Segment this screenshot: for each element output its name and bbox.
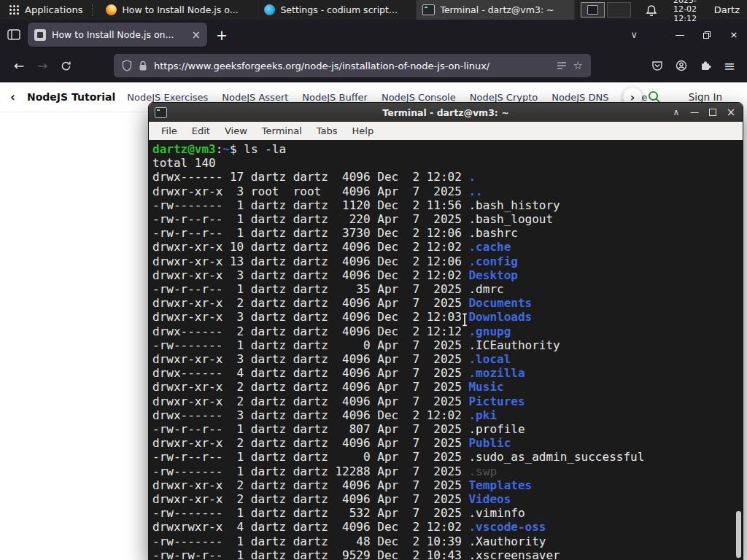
firefox-view-icon[interactable]: [7, 29, 20, 40]
tab-close-icon[interactable]: ×: [191, 28, 201, 42]
terminal-line: drwxrwxr-x 4 dartz dartz 4096 Dec 2 12:0…: [152, 520, 743, 534]
back-button[interactable]: ←: [7, 58, 31, 73]
text-cursor: [460, 313, 469, 327]
terminal-line: -rw-r--r-- 1 dartz dartz 35 Apr 7 2025 .…: [152, 282, 743, 296]
terminal-line: -rw-r--r-- 1 dartz dartz 807 Apr 7 2025 …: [152, 422, 743, 436]
workspace-pager: [581, 2, 631, 18]
terminal-menu-help[interactable]: Help: [346, 123, 381, 139]
clock[interactable]: 2025-12-02 12:12: [667, 0, 702, 23]
site-nav-links: NodeJS ExercisesNodeJS AssertNodeJS Buff…: [127, 92, 737, 103]
terminal-menu-view[interactable]: View: [218, 123, 254, 139]
user-menu[interactable]: Dartz: [714, 4, 740, 15]
url-text: https://www.geeksforgeeks.org/node-js/in…: [154, 61, 550, 71]
site-nav-link[interactable]: NodeJS Assert: [222, 92, 288, 103]
restore-icon: [703, 31, 711, 39]
site-nav-link[interactable]: NodeJS Buffer: [302, 92, 368, 103]
sign-in-link[interactable]: Sign In: [689, 91, 722, 103]
workspace-2[interactable]: [607, 2, 631, 18]
site-nav-link[interactable]: NodeJS Console: [382, 92, 456, 103]
mini-terminal-icon: [587, 5, 598, 15]
toolbar-right-icons: ≡: [651, 58, 740, 74]
nav-scroll-left-icon[interactable]: ‹: [10, 90, 15, 104]
reader-view-icon[interactable]: [557, 61, 567, 71]
window-minimize-button[interactable]: —: [674, 29, 686, 41]
pocket-icon[interactable]: [651, 60, 663, 71]
browser-tab[interactable]: How to Install Node.js on... ×: [28, 23, 207, 47]
terminal-menubar: FileEditViewTerminalTabsHelp: [149, 122, 743, 141]
terminal-line: -rw------- 1 dartz dartz 1120 Dec 2 11:5…: [152, 198, 743, 212]
top-panel: Applications How to Install Node.js o...…: [0, 0, 747, 20]
navigation-toolbar: ← → https://www.geeksforgeeks.org/node-j…: [0, 50, 747, 82]
terminal-line: drwxr-xr-x 2 dartz dartz 4096 Apr 7 2025…: [152, 492, 743, 506]
maximize-icon: [709, 109, 716, 116]
terminal-line: -rw------- 1 dartz dartz 532 Apr 7 2025 …: [152, 506, 743, 520]
terminal-line: -rw------- 1 dartz dartz 12288 Apr 7 202…: [152, 464, 743, 478]
workspace-1[interactable]: [581, 2, 605, 18]
app-menu-icon[interactable]: ≡: [724, 58, 735, 74]
terminal-line: dartz@vm3:~$ ls -la: [152, 142, 743, 156]
terminal-line: drwxr-xr-x 2 dartz dartz 4096 Apr 7 2025…: [152, 394, 743, 408]
forward-button[interactable]: →: [31, 58, 54, 73]
terminal-menu-edit[interactable]: Edit: [185, 123, 217, 139]
terminal-line: -rw-r--r-- 1 dartz dartz 3730 Dec 2 12:0…: [152, 226, 743, 240]
panel-window-title: Terminal - dartz@vm3: ~: [440, 4, 554, 15]
screen: Applications How to Install Node.js o...…: [0, 0, 747, 560]
terminal-icon: [422, 4, 435, 15]
shield-icon[interactable]: [122, 60, 132, 71]
terminal-close-button[interactable]: ×: [726, 107, 736, 117]
terminal-line: drwx------ 4 dartz dartz 4096 Apr 7 2025…: [152, 366, 743, 380]
terminal-menu-tabs[interactable]: Tabs: [310, 123, 344, 139]
terminal-line: drwx------ 17 dartz dartz 4096 Dec 2 12:…: [152, 170, 743, 184]
notification-bell-icon[interactable]: [646, 4, 657, 16]
terminal-line: -rw------- 1 dartz dartz 48 Dec 2 10:39 …: [152, 534, 743, 548]
site-nav-link[interactable]: NodeJS Exercises: [127, 92, 208, 103]
terminal-maximize-button[interactable]: [708, 107, 718, 117]
terminal-minimize-button[interactable]: —: [689, 107, 700, 117]
terminal-window: Terminal - dartz@vm3: ~ ∧ — × FileEditVi…: [148, 102, 743, 560]
terminal-scrollbar-thumb[interactable]: [736, 511, 741, 558]
site-nav-primary[interactable]: NodeJS Tutorial: [27, 91, 115, 103]
tab-bar: How to Install Node.js on... × + ∨ — ×: [0, 20, 747, 50]
terminal-line: drwxr-xr-x 3 dartz dartz 4096 Dec 2 12:0…: [152, 310, 743, 324]
reload-button[interactable]: [54, 61, 77, 71]
url-bar[interactable]: https://www.geeksforgeeks.org/node-js/in…: [114, 54, 591, 77]
terminal-window-controls: ∧ — ×: [671, 107, 743, 117]
window-restore-button[interactable]: [701, 29, 713, 41]
new-tab-button[interactable]: +: [216, 27, 228, 43]
lock-icon[interactable]: [139, 61, 147, 71]
terminal-titlebar[interactable]: Terminal - dartz@vm3: ~ ∧ — ×: [149, 103, 743, 122]
panel-window-button[interactable]: How to Install Node.js o...: [100, 0, 258, 20]
panel-separator: [92, 4, 95, 16]
site-nav-link[interactable]: NodeJS DNS: [551, 92, 608, 103]
site-nav-link[interactable]: NodeJS Crypto: [470, 92, 538, 103]
tab-favicon: [34, 29, 46, 41]
terminal-menu-terminal[interactable]: Terminal: [255, 123, 309, 139]
panel-window-button[interactable]: Settings - codium script...: [258, 0, 417, 20]
terminal-line: total 140: [152, 156, 743, 170]
terminal-line: drwxr-xr-x 2 dartz dartz 4096 Apr 7 2025…: [152, 436, 743, 450]
panel-window-title: How to Install Node.js o...: [122, 4, 238, 15]
applications-label: Applications: [25, 4, 82, 15]
extensions-icon[interactable]: [700, 60, 711, 71]
terminal-line: drwxr-xr-x 3 dartz dartz 4096 Apr 7 2025…: [152, 352, 743, 366]
list-tabs-chevron-icon[interactable]: ∨: [630, 29, 638, 40]
applications-menu-button[interactable]: Applications: [4, 0, 87, 20]
panel-window-button[interactable]: Terminal - dartz@vm3: ~: [417, 0, 575, 20]
window-close-button[interactable]: ×: [728, 29, 740, 41]
window-controls: — ×: [674, 29, 740, 41]
terminal-line: -rw-r--r-- 1 dartz dartz 220 Apr 7 2025 …: [152, 212, 743, 226]
account-icon[interactable]: [676, 60, 687, 71]
terminal-line: -rw-r--r-- 1 dartz dartz 0 Apr 7 2025 .s…: [152, 450, 743, 464]
terminal-menu-file[interactable]: File: [155, 123, 184, 139]
terminal-output: dartz@vm3:~$ ls -latotal 140drwx------ 1…: [152, 142, 743, 560]
terminal-line: drwxr-xr-x 2 dartz dartz 4096 Apr 7 2025…: [152, 478, 743, 492]
terminal-shade-button[interactable]: ∧: [671, 107, 681, 117]
terminal-line: drwxr-xr-x 2 dartz dartz 4096 Apr 7 2025…: [152, 380, 743, 394]
tab-title: How to Install Node.js on...: [52, 29, 185, 40]
terminal-line: -rw------- 1 dartz dartz 0 Apr 7 2025 .I…: [152, 338, 743, 352]
panel-window-list: How to Install Node.js o...Settings - co…: [100, 0, 575, 20]
bookmark-star-icon[interactable]: ☆: [573, 59, 583, 72]
terminal-line: drwxr-xr-x 13 dartz dartz 4096 Dec 2 12:…: [152, 254, 743, 268]
terminal-icon: [155, 107, 167, 118]
terminal-line: drwxr-xr-x 3 dartz dartz 4096 Dec 2 12:0…: [152, 268, 743, 282]
